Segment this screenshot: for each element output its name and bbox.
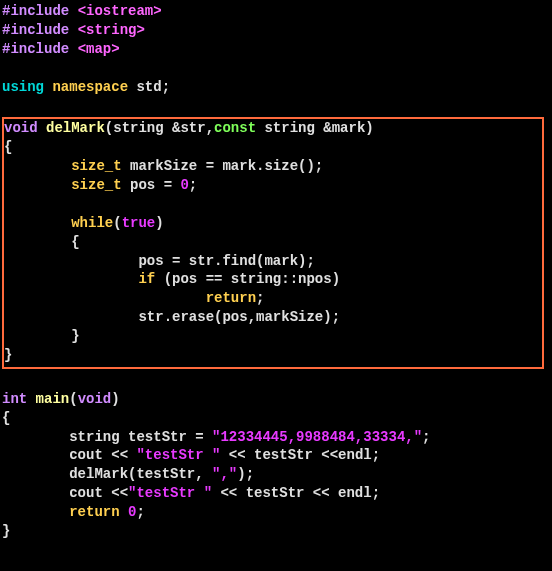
keyword-return: return <box>206 290 256 306</box>
punct: ); <box>237 466 254 482</box>
statement: delMark(testStr, <box>69 466 212 482</box>
keyword-while: while <box>71 215 113 231</box>
indent <box>4 271 138 287</box>
string-literal: "12334445,9988484,33334," <box>212 429 422 445</box>
preprocessor: #include <box>2 3 78 19</box>
indent <box>4 177 71 193</box>
statement: pos = <box>130 177 180 193</box>
keyword-void: void <box>4 120 46 136</box>
indent <box>2 485 69 501</box>
statement: markSize = mark.size(); <box>130 158 323 174</box>
include-header: <string> <box>78 22 145 38</box>
punct: ; <box>189 177 197 193</box>
code-editor: #include <iostream> #include <string> #i… <box>0 0 552 541</box>
params: string &mark) <box>264 120 373 136</box>
include-header: <iostream> <box>78 3 162 19</box>
indent <box>2 447 69 463</box>
keyword-return: return <box>69 504 128 520</box>
identifier: std; <box>136 79 170 95</box>
brace: { <box>2 410 10 426</box>
punct: ) <box>155 215 163 231</box>
indent <box>2 429 69 445</box>
statement: cout << <box>69 447 136 463</box>
indent <box>4 290 206 306</box>
indent <box>4 234 71 250</box>
statement: << testStr <<endl; <box>220 447 380 463</box>
indent <box>4 328 71 344</box>
keyword-const: const <box>214 120 264 136</box>
condition: (pos == string::npos) <box>164 271 340 287</box>
punct: ) <box>111 391 119 407</box>
punct: ; <box>136 504 144 520</box>
keyword-size-t: size_t <box>71 177 130 193</box>
string-literal: "testStr " <box>136 447 220 463</box>
indent <box>2 466 69 482</box>
keyword-using: using <box>2 79 52 95</box>
indent <box>4 158 71 174</box>
keyword-void: void <box>78 391 112 407</box>
keyword-size-t: size_t <box>71 158 130 174</box>
brace: { <box>71 234 79 250</box>
keyword-if: if <box>138 271 163 287</box>
function-name: delMark <box>46 120 105 136</box>
brace: { <box>4 139 12 155</box>
function-highlight-box: void delMark(string &str,const string &m… <box>2 117 544 369</box>
string-literal: "," <box>212 466 237 482</box>
punct: ( <box>69 391 77 407</box>
preprocessor: #include <box>2 22 78 38</box>
statement: str.erase(pos,markSize); <box>138 309 340 325</box>
statement: string testStr = <box>69 429 212 445</box>
indent <box>4 253 138 269</box>
params: (string &str, <box>105 120 214 136</box>
indent <box>4 309 138 325</box>
preprocessor: #include <box>2 41 78 57</box>
number: 0 <box>180 177 188 193</box>
string-literal: "testStr " <box>128 485 212 501</box>
brace: } <box>4 347 12 363</box>
statement: << testStr << endl; <box>212 485 380 501</box>
punct: ; <box>256 290 264 306</box>
keyword-namespace: namespace <box>52 79 136 95</box>
statement: pos = str.find(mark); <box>138 253 314 269</box>
keyword-true: true <box>122 215 156 231</box>
indent <box>4 215 71 231</box>
statement: cout << <box>69 485 128 501</box>
function-name: main <box>36 391 70 407</box>
brace: } <box>71 328 79 344</box>
brace: } <box>2 523 10 539</box>
keyword-int: int <box>2 391 36 407</box>
indent <box>2 504 69 520</box>
punct: ( <box>113 215 121 231</box>
punct: ; <box>422 429 430 445</box>
include-header: <map> <box>78 41 120 57</box>
